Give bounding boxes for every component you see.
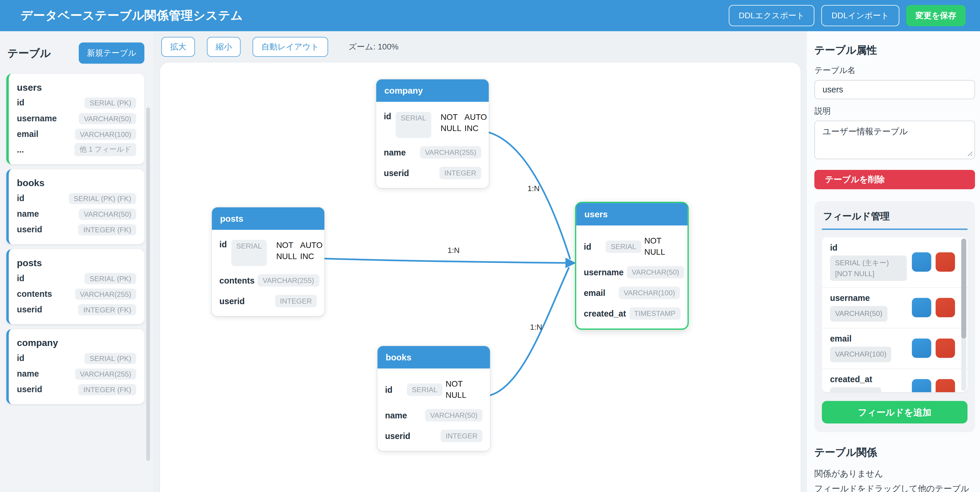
field-item-email[interactable]: email VARCHAR(100) bbox=[822, 329, 967, 369]
zoom-out-button[interactable]: 縮小 bbox=[207, 37, 241, 57]
edit-field-button[interactable] bbox=[912, 252, 931, 272]
field-constraint: NOT NULL bbox=[644, 236, 680, 258]
field-list: id SERIAL (主キー) [NOT NULL] username VARC… bbox=[822, 237, 967, 392]
field-name: id bbox=[17, 273, 24, 283]
field-auto-inc: AUTO INC bbox=[300, 240, 322, 263]
table-card-row: id SERIAL (PK) bbox=[17, 351, 136, 366]
field-name: id bbox=[220, 240, 227, 249]
er-node-books[interactable]: books id SERIAL NOT NULL name VARCHAR(50… bbox=[377, 346, 490, 451]
table-card-row: name VARCHAR(255) bbox=[17, 366, 136, 382]
sidebar-scrollbar-thumb[interactable] bbox=[146, 108, 150, 461]
field-auto-inc: AUTO INC bbox=[465, 112, 487, 135]
field-name: id bbox=[385, 385, 404, 395]
field-name: email bbox=[584, 289, 605, 298]
diagram-area: 拡大 縮小 自動レイアウト ズーム: 100% 1:N 1:N bbox=[153, 31, 807, 492]
relation-line-company-users bbox=[489, 132, 570, 259]
delete-field-button[interactable] bbox=[935, 379, 955, 392]
field-name: email bbox=[17, 129, 38, 139]
field-list-scrollbar-thumb[interactable] bbox=[961, 238, 966, 338]
er-node-title[interactable]: company bbox=[376, 79, 489, 102]
field-name: userid bbox=[385, 431, 410, 441]
field-type-badge: SERIAL (PK) bbox=[84, 352, 136, 363]
er-node-field-row: id SERIAL NOT NULL AUTO INC bbox=[383, 112, 481, 138]
field-item-actions bbox=[912, 338, 955, 358]
field-name: id bbox=[584, 242, 603, 251]
tables-sidebar: テーブル 新規テーブル users id SERIAL (PK) usernam… bbox=[0, 31, 153, 492]
field-item-name: created_at bbox=[830, 375, 907, 384]
delete-field-button[interactable] bbox=[935, 338, 955, 358]
field-type-badge: VARCHAR(255) bbox=[75, 368, 136, 379]
description-textarea[interactable]: ユーザー情報テーブル bbox=[815, 121, 975, 159]
canvas-toolbar: 拡大 縮小 自動レイアウト ズーム: 100% bbox=[153, 31, 807, 62]
er-node-body: id SERIAL NOT NULL AUTO INC contents VAR… bbox=[212, 230, 325, 316]
table-card-row: id SERIAL (PK) bbox=[17, 270, 136, 286]
delete-table-button[interactable]: テーブルを削除 bbox=[815, 170, 975, 189]
table-card-posts[interactable]: posts id SERIAL (PK) contents VARCHAR(25… bbox=[6, 249, 145, 324]
field-item-created-at[interactable]: created_at TIMESTAMP bbox=[822, 369, 967, 392]
field-type-badge: VARCHAR(255) bbox=[420, 146, 481, 159]
er-node-title[interactable]: users bbox=[576, 203, 688, 225]
er-canvas[interactable]: 1:N 1:N 1:N company id SERIAL NOT NULL A… bbox=[160, 62, 800, 492]
new-table-button[interactable]: 新規テーブル bbox=[79, 43, 145, 63]
ddl-export-button[interactable]: DDLエクスポート bbox=[729, 5, 815, 26]
er-node-field-row: email VARCHAR(100) bbox=[584, 287, 680, 299]
field-type-badge: VARCHAR(255) bbox=[258, 274, 319, 286]
zoom-in-button[interactable]: 拡大 bbox=[161, 37, 195, 57]
field-constraint: NOT NULL bbox=[445, 378, 482, 401]
field-item-main: username VARCHAR(50) bbox=[830, 294, 907, 322]
field-type-badge: VARCHAR(50) bbox=[627, 266, 684, 279]
field-type-badge: INTEGER bbox=[275, 295, 317, 307]
save-changes-button[interactable]: 変更を保存 bbox=[906, 5, 966, 26]
add-field-button[interactable]: フィールドを追加 bbox=[822, 401, 967, 424]
er-node-field-row: userid INTEGER bbox=[385, 430, 483, 442]
field-item-username[interactable]: username VARCHAR(50) bbox=[822, 288, 967, 329]
delete-field-button[interactable] bbox=[935, 298, 955, 317]
table-card-books[interactable]: books id SERIAL (PK) (FK) name VARCHAR(5… bbox=[6, 169, 145, 244]
panel-title: テーブル属性 bbox=[815, 44, 975, 57]
zoom-level-label: ズーム: 100% bbox=[348, 41, 399, 52]
field-name: name bbox=[385, 411, 407, 420]
field-name: id bbox=[17, 354, 24, 363]
table-card-row: userid INTEGER (FK) bbox=[17, 222, 136, 237]
field-item-name: email bbox=[830, 334, 907, 344]
edit-field-button[interactable] bbox=[912, 338, 931, 358]
field-name: userid bbox=[220, 296, 245, 306]
er-node-title[interactable]: posts bbox=[212, 207, 325, 230]
auto-layout-button[interactable]: 自動レイアウト bbox=[253, 37, 328, 57]
edit-field-button[interactable] bbox=[912, 379, 931, 392]
er-node-company[interactable]: company id SERIAL NOT NULL AUTO INC name… bbox=[376, 79, 489, 188]
sidebar-title: テーブル bbox=[7, 46, 51, 60]
field-item-type-badge: VARCHAR(100) bbox=[830, 346, 891, 362]
properties-panel: テーブル属性 テーブル名 説明 ユーザー情報テーブル テーブルを削除 フィールド… bbox=[807, 31, 980, 492]
field-constraint: NOT NULL bbox=[441, 112, 461, 135]
field-name: id bbox=[17, 98, 24, 108]
field-type-badge: VARCHAR(50) bbox=[79, 208, 137, 219]
table-card-row: username VARCHAR(50) bbox=[17, 110, 136, 126]
field-type-badge: VARCHAR(100) bbox=[75, 129, 136, 140]
er-node-users[interactable]: users id SERIAL NOT NULL username VARCHA… bbox=[575, 202, 689, 330]
relations-hint-text: フィールドをドラッグして他のテーブルにドロップすると関係を作成できます bbox=[815, 482, 975, 492]
er-node-body: id SERIAL NOT NULL name VARCHAR(50) user… bbox=[377, 368, 490, 451]
table-name-input[interactable] bbox=[815, 80, 975, 100]
table-card-row: email VARCHAR(100) bbox=[17, 126, 136, 141]
table-card-users[interactable]: users id SERIAL (PK) username VARCHAR(50… bbox=[6, 74, 145, 164]
field-name: ... bbox=[17, 145, 24, 154]
field-name: name bbox=[17, 209, 39, 219]
field-item-actions bbox=[912, 298, 955, 317]
sidebar-header: テーブル 新規テーブル bbox=[6, 43, 145, 63]
er-node-field-row: created_at TIMESTAMP bbox=[584, 307, 680, 320]
er-node-field-row: username VARCHAR(50) bbox=[584, 266, 680, 279]
delete-field-button[interactable] bbox=[935, 252, 955, 272]
er-node-title[interactable]: books bbox=[377, 346, 490, 368]
edit-field-button[interactable] bbox=[912, 298, 931, 317]
table-card-title: books bbox=[17, 177, 136, 188]
field-item-id[interactable]: id SERIAL (主キー) [NOT NULL] bbox=[822, 237, 967, 288]
er-node-posts[interactable]: posts id SERIAL NOT NULL AUTO INC conten… bbox=[212, 207, 325, 316]
field-type-badge: INTEGER (FK) bbox=[78, 384, 137, 395]
relation-line-books-users bbox=[490, 268, 569, 395]
table-card-company[interactable]: company id SERIAL (PK) name VARCHAR(255)… bbox=[6, 329, 145, 404]
ddl-import-button[interactable]: DDLインポート bbox=[821, 5, 899, 26]
description-label: 説明 bbox=[815, 105, 975, 117]
er-node-field-row: userid INTEGER bbox=[383, 167, 481, 179]
field-type-badge: INTEGER (FK) bbox=[78, 224, 137, 235]
